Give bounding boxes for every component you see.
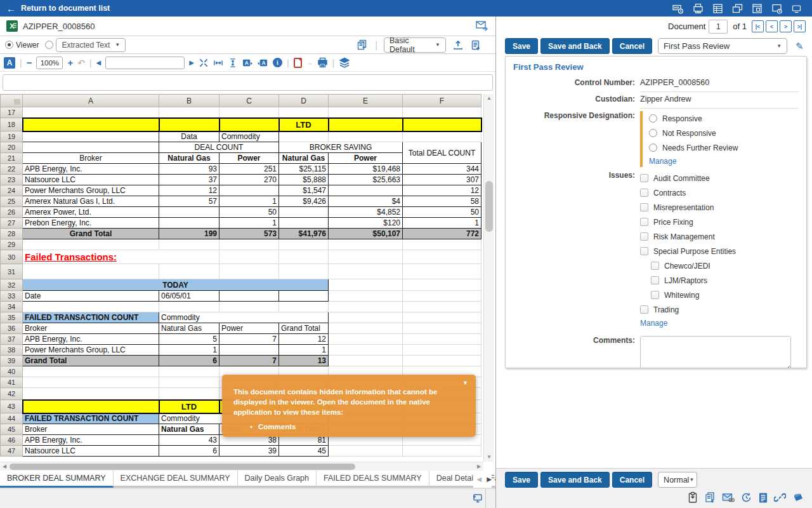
layout-dropdown[interactable]: First Pass Review ▼ <box>658 38 787 54</box>
sheet-cell[interactable]: 13 <box>279 356 329 366</box>
scroll-right-icon[interactable]: ▶ <box>475 462 483 471</box>
sheet-cell[interactable]: 93 <box>159 164 219 175</box>
sheet-cell[interactable]: 12 <box>159 185 219 196</box>
column-header-E[interactable]: E <box>329 95 403 107</box>
column-header-D[interactable]: D <box>279 95 329 107</box>
sheet-cell[interactable]: Grand Total <box>23 356 159 366</box>
sheet-cell[interactable] <box>329 312 403 323</box>
sheet-cell[interactable] <box>159 207 219 218</box>
mail-link-icon[interactable] <box>722 492 735 504</box>
monitor-icon[interactable] <box>791 3 802 14</box>
sheet-cell[interactable]: Failed Transactions: <box>23 250 219 264</box>
sheet-cell[interactable]: 5 <box>159 334 219 345</box>
sheet-cell[interactable]: 7 <box>219 356 279 366</box>
bucket-icon[interactable] <box>792 491 804 504</box>
clipboard-icon[interactable] <box>687 491 698 504</box>
sheet-cell[interactable]: 39 <box>219 446 279 457</box>
scroll-up-icon[interactable]: ▲ <box>484 94 494 103</box>
sheet-cell[interactable] <box>23 400 159 413</box>
previous-document-button[interactable]: < <box>766 20 778 32</box>
row-header-46[interactable]: 46 <box>1 435 23 446</box>
previous-page-icon[interactable]: ◀ <box>96 59 102 66</box>
column-header-A[interactable]: A <box>23 95 159 107</box>
column-header-C[interactable]: C <box>219 95 279 107</box>
sheet-cell[interactable] <box>403 446 481 457</box>
tabs-scroll-left-icon[interactable]: ◀ <box>477 476 482 483</box>
undo-icon[interactable]: ↶ <box>77 58 85 68</box>
sheet-cell[interactable]: $41,976 <box>279 229 329 239</box>
row-header-29[interactable]: 29 <box>1 239 23 250</box>
row-header-17[interactable]: 17 <box>1 107 23 118</box>
fit-width-icon[interactable] <box>213 58 223 68</box>
row-header-39[interactable]: 39 <box>1 356 23 366</box>
sheet-cell[interactable]: 50 <box>219 207 279 218</box>
sheet-cell[interactable] <box>23 118 159 131</box>
sheet-cell[interactable] <box>159 377 219 388</box>
rotate-text-left-icon[interactable]: A <box>258 58 268 68</box>
row-header-21[interactable]: 21 <box>1 153 23 164</box>
sheet-cell[interactable] <box>329 264 403 279</box>
sheet-cell[interactable] <box>329 131 403 142</box>
sheet-cell[interactable] <box>219 239 279 250</box>
sheet-cell[interactable]: FAILED TRANSACTION COUNT <box>23 312 159 323</box>
pdf-icon[interactable] <box>294 58 302 68</box>
sheet-cell[interactable] <box>23 107 159 118</box>
copy-add-icon[interactable] <box>704 491 716 504</box>
sheet-cell[interactable]: Commodity <box>219 131 279 142</box>
print-icon[interactable] <box>693 3 704 14</box>
sheet-cell[interactable] <box>329 118 403 131</box>
sheet-cell[interactable] <box>279 207 329 218</box>
footer-cancel-button[interactable]: Cancel <box>612 472 652 488</box>
sheet-cell[interactable]: APB Energy, Inc. <box>23 164 159 175</box>
window-clock-icon[interactable] <box>771 3 782 14</box>
sheet-tab-failed-deals-summary[interactable]: FAILED DEALS SUMMARY <box>317 471 429 488</box>
sheet-cell[interactable]: BROKER SAVING <box>279 142 403 153</box>
row-header-31[interactable]: 31 <box>1 264 23 279</box>
printer-icon[interactable] <box>317 57 328 68</box>
sheet-cell[interactable] <box>219 291 279 302</box>
sheet-cell[interactable]: $50,107 <box>329 229 403 239</box>
row-header-23[interactable]: 23 <box>1 175 23 185</box>
sheet-cell[interactable]: APB Energy, Inc. <box>23 334 159 345</box>
sheet-cell[interactable] <box>329 291 403 302</box>
sheet-cell[interactable]: 12 <box>279 334 329 345</box>
email-document-icon[interactable] <box>475 20 489 32</box>
sheet-cell[interactable] <box>279 239 329 250</box>
sheet-cell[interactable] <box>329 185 403 196</box>
sheet-cell[interactable] <box>23 302 159 312</box>
sheet-cell[interactable] <box>219 302 279 312</box>
sheet-cell[interactable]: 45 <box>279 446 329 457</box>
sheet-cell[interactable]: Broker <box>23 323 159 334</box>
sheet-cell[interactable]: $19,468 <box>329 164 403 175</box>
zoom-level-input[interactable] <box>36 57 63 69</box>
add-document-icon[interactable] <box>470 39 481 51</box>
checkbox-whitewing[interactable] <box>651 291 659 299</box>
row-header-22[interactable]: 22 <box>1 164 23 175</box>
scroll-down-icon[interactable]: ▼ <box>484 453 494 462</box>
fit-height-icon[interactable] <box>228 58 238 68</box>
checkbox-misrepresentation[interactable] <box>640 203 648 211</box>
sheet-cell[interactable]: $25,663 <box>329 175 403 185</box>
sheet-cell[interactable] <box>23 366 159 377</box>
sheet-cell[interactable] <box>279 250 329 264</box>
popout-viewer-icon[interactable] <box>471 493 483 504</box>
edit-layout-icon[interactable]: ✎ <box>796 41 804 52</box>
horizontal-scrollbar[interactable]: ◀ ▶ <box>0 462 483 471</box>
next-document-button[interactable]: > <box>780 20 792 32</box>
next-page-icon[interactable]: ▶ <box>189 59 194 66</box>
sheet-tab-exchange-deal-summary[interactable]: EXCHANGE DEAL SUMMARY <box>114 471 238 488</box>
sheet-cell[interactable] <box>403 291 481 302</box>
sheet-cell[interactable] <box>329 107 403 118</box>
sheet-cell[interactable] <box>403 323 481 334</box>
history-icon[interactable] <box>740 491 752 504</box>
sheet-cell[interactable]: 6 <box>159 356 219 366</box>
row-header-40[interactable]: 40 <box>1 366 23 377</box>
save-and-back-button[interactable]: Save and Back <box>540 38 610 54</box>
viewer-profile-dropdown[interactable]: Basic Default ▼ <box>384 37 446 53</box>
row-header-44[interactable]: 44 <box>1 413 23 424</box>
sheet-cell[interactable]: Date <box>23 291 159 302</box>
radio-not-responsive[interactable] <box>649 129 657 137</box>
document-number-input[interactable] <box>709 20 728 34</box>
checkbox-audit-committee[interactable] <box>640 174 648 182</box>
sheet-cell[interactable]: Natsource LLC <box>23 175 159 185</box>
